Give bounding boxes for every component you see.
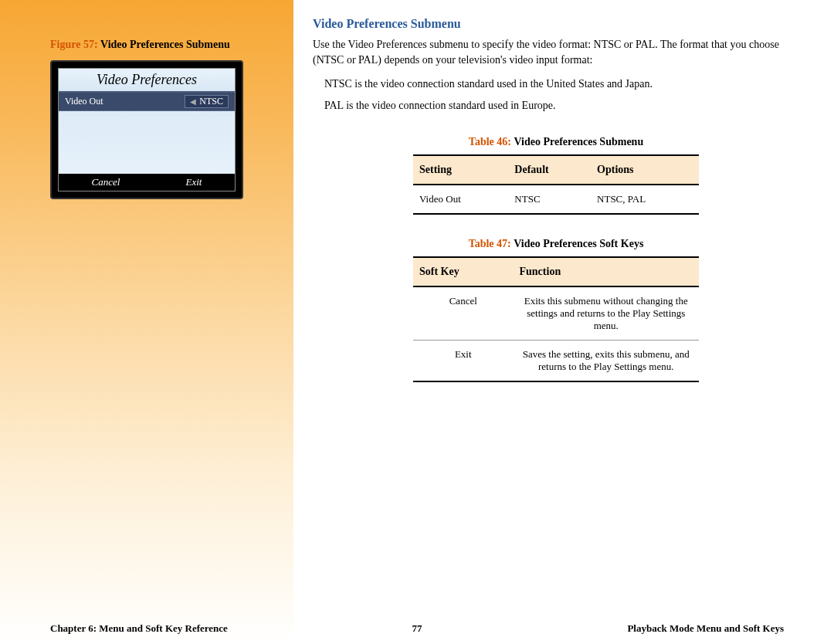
cell: NTSC bbox=[508, 185, 591, 214]
cell: Exit bbox=[413, 341, 514, 382]
screenshot-row: Video Out ◀ NTSC bbox=[59, 93, 235, 111]
table47-wrap: Soft Key Function Cancel Exits this subm… bbox=[413, 256, 699, 382]
cell: Cancel bbox=[413, 286, 514, 341]
cell: Saves the setting, exits this submenu, a… bbox=[514, 341, 700, 382]
table-row: Exit Saves the setting, exits this subme… bbox=[413, 341, 699, 382]
table46-label: Table 46: bbox=[469, 136, 511, 147]
table46: Setting Default Options Video Out NTSC N… bbox=[413, 154, 699, 215]
softkey-exit: Exit bbox=[185, 176, 202, 188]
table47-h0: Soft Key bbox=[413, 257, 514, 286]
screenshot-title: Video Preferences bbox=[59, 69, 235, 93]
table47-caption: Table 47: Video Preferences Soft Keys bbox=[313, 238, 799, 250]
table46-caption: Table 46: Video Preferences Submenu bbox=[313, 136, 799, 148]
table46-h2: Options bbox=[591, 155, 699, 185]
main-content: Video Preferences Submenu Use the Video … bbox=[293, 0, 834, 644]
row-label: Video Out bbox=[65, 96, 185, 107]
paragraph-3: PAL is the video connection standard use… bbox=[324, 98, 799, 114]
row-value: ◀ NTSC bbox=[185, 95, 229, 108]
table46-wrap: Setting Default Options Video Out NTSC N… bbox=[413, 154, 699, 215]
page-number: 77 bbox=[412, 622, 422, 635]
paragraph-2: NTSC is the video connection standard us… bbox=[324, 76, 799, 92]
sidebar: Figure 57: Video Preferences Submenu Vid… bbox=[0, 0, 293, 644]
table46-h1: Default bbox=[508, 155, 591, 185]
chevron-left-icon: ◀ bbox=[190, 97, 196, 106]
figure-label: Figure 57: bbox=[50, 39, 98, 50]
screenshot-softkeys: Cancel Exit bbox=[59, 174, 235, 191]
cell: Video Out bbox=[413, 185, 508, 214]
table-row: Video Out NTSC NTSC, PAL bbox=[413, 185, 699, 214]
row-value-text: NTSC bbox=[199, 96, 223, 107]
page-container: Figure 57: Video Preferences Submenu Vid… bbox=[0, 0, 834, 644]
footer-right: Playback Mode Menu and Soft Keys bbox=[627, 622, 784, 635]
footer-left: Chapter 6: Menu and Soft Key Reference bbox=[50, 622, 228, 635]
screenshot-inner: Video Preferences Video Out ◀ NTSC Cance… bbox=[58, 68, 236, 192]
cell: Exits this submenu without changing the … bbox=[514, 286, 700, 341]
table47-text: Video Preferences Soft Keys bbox=[514, 238, 643, 249]
screenshot-frame: Video Preferences Video Out ◀ NTSC Cance… bbox=[50, 60, 243, 199]
figure-text: Video Preferences Submenu bbox=[100, 39, 230, 50]
table47: Soft Key Function Cancel Exits this subm… bbox=[413, 256, 699, 382]
table47-h1: Function bbox=[514, 257, 700, 286]
section-heading: Video Preferences Submenu bbox=[313, 17, 799, 31]
table-row: Cancel Exits this submenu without changi… bbox=[413, 286, 699, 341]
cell: NTSC, PAL bbox=[591, 185, 699, 214]
softkey-cancel: Cancel bbox=[92, 176, 120, 188]
paragraph-1: Use the Video Preferences submenu to spe… bbox=[313, 37, 799, 67]
table46-h0: Setting bbox=[413, 155, 508, 185]
figure-caption: Figure 57: Video Preferences Submenu bbox=[50, 39, 270, 51]
table46-text: Video Preferences Submenu bbox=[514, 136, 643, 147]
page-footer: Chapter 6: Menu and Soft Key Reference 7… bbox=[0, 622, 834, 635]
table47-label: Table 47: bbox=[469, 238, 511, 249]
